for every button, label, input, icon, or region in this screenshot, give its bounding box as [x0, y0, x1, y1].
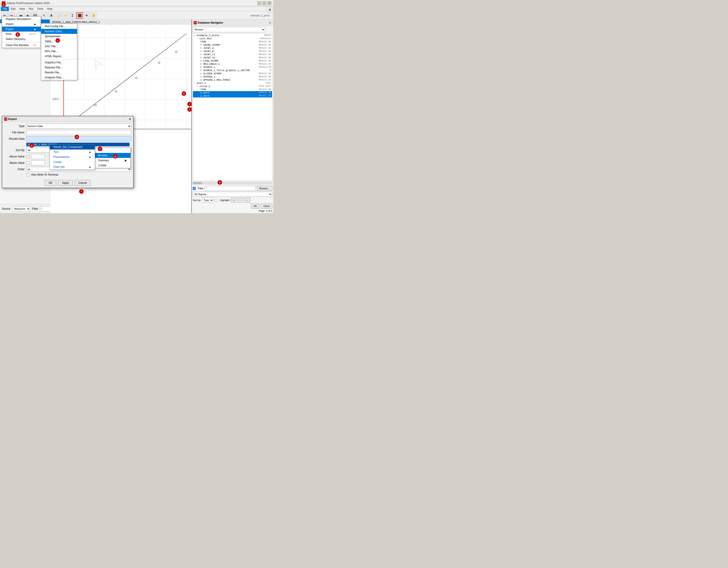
menu-help[interactable]: Help [45, 7, 55, 11]
filename-input[interactable]: crankangle_F [26, 130, 131, 135]
filter-label: Filter [32, 207, 38, 211]
db-tree-item[interactable]: - curve_1 Plot_Curv [193, 85, 272, 88]
type-label: Type [4, 125, 25, 128]
db-tree-item[interactable]: + JOINT_B Result_Se [193, 50, 272, 53]
export-dialog-titlebar[interactable]: Ad Export ✕ [2, 116, 133, 122]
db-tree-item[interactable]: + SPRING_1_MEA_FORCE Result_Se [193, 78, 272, 82]
cursor-button[interactable]: ↖ [41, 12, 48, 19]
start-button[interactable]: ⏮ [18, 12, 24, 19]
tree-item-vaxis[interactable]: ▷ vaxis [1, 28, 49, 32]
redo-button[interactable]: ↪ [8, 12, 15, 19]
minimize-button[interactable]: ─ [257, 1, 261, 5]
db-tree-item[interactable]: + MEA_ANGLE_l Result_Se [193, 63, 272, 66]
db-ok-cancel-row: OK Close [193, 204, 272, 209]
svg-text:A: A [89, 55, 105, 73]
crosshair-button[interactable]: ✛ [83, 12, 90, 19]
db-tree-item[interactable]: + CRANK_XFORM Result_Se [193, 43, 272, 47]
menu-edit[interactable]: Edit [9, 7, 17, 11]
sidebar-header: Na [0, 20, 50, 23]
bottom-bar: Source Measures Filter [0, 204, 50, 213]
apply-button[interactable]: Apply [58, 180, 73, 186]
db-tree-item[interactable]: + JOINT_C1 Result_Se [193, 53, 272, 56]
db-tree-item[interactable]: TIME Result_Se [193, 88, 272, 91]
pan-button[interactable]: ✋ [90, 12, 97, 19]
gear-button[interactable]: ⚙ [266, 6, 273, 13]
db-tree[interactable]: - example_3_press Model - Last_Run Analy… [193, 34, 272, 181]
db-tree-item[interactable]: + SPRING_1 Result_Se [193, 75, 272, 78]
minus-button[interactable]: - [238, 198, 243, 203]
close-button[interactable]: ✕ [267, 1, 271, 5]
type-select[interactable]: Numeric Data [26, 124, 131, 129]
type-row: Type Numeric Data [4, 124, 131, 129]
export-dialog-icon: Ad [4, 118, 7, 121]
db-tree-item[interactable]: TIME Result_Se [193, 40, 272, 43]
menu-bar: File Edit View Plot Tools Help [0, 6, 273, 11]
svg-text:100.0: 100.0 [52, 98, 59, 100]
sort-by-row: Sort By Va [4, 148, 131, 153]
plot-titlebar: SPRING_1_MEA_FORCE:MEA_ANGLE_1 [50, 20, 191, 25]
above-value-input[interactable] [31, 154, 45, 159]
db-tree-item[interactable]: + JOINT_A Result_Se [193, 47, 272, 50]
above-value-checkbox[interactable] [26, 155, 29, 158]
text-button[interactable]: A [48, 12, 55, 19]
undo-button[interactable]: ↩ [1, 12, 8, 19]
db-navigator-titlebar: Ad Database Navigator ✕ [192, 20, 273, 26]
plot-title-toolbar: example_3_press [98, 14, 272, 17]
order-select[interactable]: as [26, 167, 131, 172]
terminal-checkbox[interactable] [26, 173, 29, 176]
db-tree-item[interactable]: + LINK_XFORM Result_Se [193, 59, 272, 63]
filter-input[interactable] [205, 186, 255, 191]
db-tree-item[interactable]: - Last_Run Analysis [193, 37, 272, 40]
lightning-button[interactable]: ⚡ [62, 12, 69, 19]
db-tree-item[interactable]: + SFORCE_1 Result_Se [193, 66, 272, 69]
highlighted-result[interactable]: SPRING_1_MEA_FORCE [26, 143, 130, 146]
db-tree-item[interactable]: + SLIDER_XFORM Result_Se [193, 72, 272, 75]
export-dialog-content: Type Numeric Data File Name crankangle_F… [2, 122, 133, 178]
db-tree-item-x-data[interactable]: x_data Result_Se [193, 91, 272, 94]
db-tree-item[interactable]: + SFORCE_1_force_graphic_1_VECTOR R [193, 69, 272, 72]
browse-select[interactable]: Browse [193, 27, 265, 32]
filter-checkbox[interactable] [193, 187, 196, 190]
export-dialog-title: Ad Export [4, 118, 17, 121]
below-value-label: Below Value [4, 161, 25, 165]
maximize-button[interactable]: □ [262, 1, 266, 5]
db-navigator-close[interactable]: ✕ [269, 21, 271, 25]
box-button[interactable]: ⬜ [55, 12, 62, 19]
below-value-input[interactable] [31, 160, 45, 165]
order-row: Order as [4, 167, 131, 172]
sort-by-select[interactable]: Va [26, 148, 131, 153]
menu-file[interactable]: File [1, 7, 9, 11]
db-tree-item-y-data[interactable]: y_data Result_Se [193, 94, 272, 98]
db-ok-button[interactable]: OK [251, 204, 260, 209]
cancel-button[interactable]: Cancel [75, 180, 91, 186]
menu-plot[interactable]: Plot [27, 7, 35, 11]
db-tree-scrollbar[interactable] [193, 182, 272, 185]
animate-button[interactable]: 🎞 [32, 12, 38, 19]
highlight-checkbox[interactable] [215, 199, 218, 202]
plus-button[interactable]: + [231, 198, 236, 203]
select-button[interactable]: ⬛ [76, 12, 83, 19]
tree-item-legend[interactable]: legend_object [1, 32, 49, 35]
source-select[interactable]: Measures [12, 206, 30, 211]
db-tree-item[interactable]: - plot_1 Plot [193, 82, 272, 85]
below-value-checkbox[interactable] [26, 162, 29, 165]
play-button[interactable]: ▶ [25, 12, 31, 19]
tree-item-haxis[interactable]: ▷ haxis [1, 24, 49, 28]
results-data-input[interactable] [26, 136, 131, 141]
terminal-row: Also Write To Terminal [4, 173, 131, 176]
menu-tools[interactable]: Tools [35, 7, 45, 11]
dotdot-button[interactable]: -- [244, 198, 250, 203]
export-dialog-close[interactable]: ✕ [129, 117, 131, 121]
page-row: Page 1 of 1 [193, 210, 272, 212]
object-type-select[interactable]: All Objects [193, 192, 272, 197]
sort-type-select[interactable]: Type [202, 198, 213, 203]
browse-btn[interactable]: Browse... [257, 186, 272, 191]
ok-button[interactable]: OK [45, 180, 56, 186]
menu-view[interactable]: View [17, 7, 27, 11]
db-close-button[interactable]: Close [261, 204, 272, 209]
db-tree-item[interactable]: - example_3_press Model [193, 34, 272, 37]
db-tree-item[interactable]: + JOINT_C2 Result_Se [193, 56, 272, 59]
export-dialog: Ad Export ✕ Type Numeric Data File Name … [2, 116, 134, 188]
sort-label: Sort by [193, 199, 201, 202]
sigma-button[interactable]: Σ [69, 12, 76, 19]
